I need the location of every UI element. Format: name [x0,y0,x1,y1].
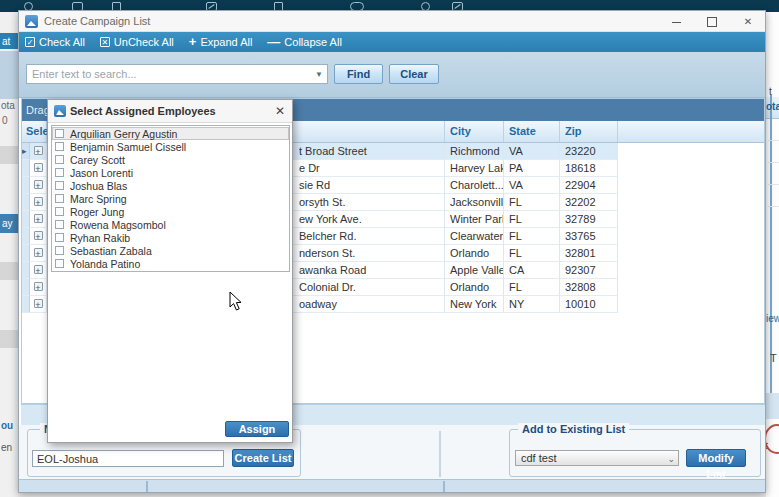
search-input[interactable] [27,65,311,83]
row-expand-cell[interactable] [30,211,47,228]
close-button[interactable] [731,11,765,32]
employee-list-item[interactable]: Ryhan Rakib [52,231,289,244]
search-dropdown-arrow-icon[interactable]: ▼ [311,65,327,83]
employee-checkbox[interactable] [55,246,64,255]
column-header-state[interactable]: State [504,121,560,142]
row-indicator-cell: ▸ [22,160,30,177]
row-indicator-cell: ▸ [22,143,30,160]
employee-checkbox[interactable] [55,181,64,190]
city-cell: New York [445,296,504,313]
row-indicator-cell: ▸ [22,279,30,296]
row-indicator-cell: ▸ [22,211,30,228]
state-cell: CA [504,262,560,279]
city-cell: Clearwater [445,228,504,245]
maximize-button[interactable] [695,11,729,32]
zip-cell: 32801 [560,245,618,262]
employee-list-item[interactable]: Joshua Blas [52,179,289,192]
city-cell: Charolett... [445,177,504,194]
employee-name: Sebastian Zabala [70,245,152,257]
expand-row-icon[interactable] [34,214,43,223]
employee-list-item[interactable]: Sebastian Zabala [52,244,289,257]
row-expand-cell[interactable] [30,279,47,296]
zip-cell: 10010 [560,296,618,313]
row-expand-cell[interactable] [30,262,47,279]
minimize-button[interactable] [659,11,693,32]
employee-list: Arquilian Gerry Agustin Benjamin Samuel … [51,125,290,272]
expand-row-icon[interactable] [34,180,43,189]
employee-name: Joshua Blas [70,180,127,192]
toolbar-item[interactable]: ✓ ✓ Check All [25,36,85,48]
toolbar-item-label: UnCheck All [114,36,174,48]
employee-name: Benjamin Samuel Cissell [70,141,186,153]
state-cell: FL [504,279,560,296]
employee-checkbox[interactable] [55,207,64,216]
row-expand-cell[interactable] [30,177,47,194]
city-cell: Jacksonville [445,194,504,211]
row-expand-cell[interactable] [30,194,47,211]
assign-button[interactable]: Assign [225,421,289,437]
employee-checkbox[interactable] [55,220,64,229]
employee-checkbox[interactable] [55,194,64,203]
employee-list-item[interactable]: Arquilian Gerry Agustin [52,127,289,140]
expand-row-icon[interactable] [34,265,43,274]
dialog-titlebar: Select Assigned Employees ✕ [48,100,292,123]
expand-row-icon[interactable] [34,299,43,308]
employee-list-item[interactable]: Yolanda Patino [52,257,289,270]
status-strip-divider [146,481,148,492]
dialog-title: Select Assigned Employees [70,105,216,117]
row-expand-cell[interactable] [30,245,47,262]
dialog-close-icon[interactable]: ✕ [275,104,285,118]
modify-list-button[interactable]: Modify List [686,449,746,467]
state-cell: FL [504,228,560,245]
find-button[interactable]: Find [334,64,383,84]
mouse-cursor [229,291,243,312]
employee-checkbox[interactable] [55,259,64,268]
employee-list-item[interactable]: Benjamin Samuel Cissell [52,140,289,153]
existing-list-dropdown[interactable]: cdf test ⌄ [515,450,679,466]
toolbar-item[interactable]: + + Expand All [189,36,253,48]
row-expand-cell[interactable] [30,296,47,313]
row-expand-cell[interactable] [30,160,47,177]
expand-row-icon[interactable] [34,231,43,240]
employee-checkbox[interactable] [55,129,64,138]
employee-name: Arquilian Gerry Agustin [70,128,177,140]
employee-list-item[interactable]: Carey Scott [52,153,289,166]
column-header-select[interactable]: Select [22,121,47,142]
expand-row-icon[interactable] [34,146,43,155]
employee-list-item[interactable]: Jason Lorenti [52,166,289,179]
screen: at ota 0 ay ou en t otal view T Create C… [0,0,779,497]
employee-checkbox[interactable] [55,168,64,177]
chevron-down-icon: ⌄ [667,452,675,466]
column-header-zip[interactable]: Zip [560,121,618,142]
toolbar-item[interactable]: — — Collapse All [267,36,341,48]
toolbar-item[interactable]: ✕ ✕ UnCheck All [100,36,174,48]
status-strip [19,479,765,492]
employee-list-item[interactable]: Roger Jung [52,205,289,218]
employee-checkbox[interactable] [55,142,64,151]
expand-row-icon[interactable] [34,197,43,206]
row-indicator-cell: ▸ [22,296,30,313]
create-list-button[interactable]: Create List [232,449,294,467]
status-strip-divider [443,481,445,492]
column-header-city[interactable]: City [445,121,504,142]
employee-checkbox[interactable] [55,233,64,242]
current-row-arrow-icon: ▸ [22,143,27,159]
row-expand-cell[interactable] [30,143,47,160]
toolbar-glyph-icon: — [267,37,280,47]
state-cell: FL [504,245,560,262]
employee-checkbox[interactable] [55,155,64,164]
bg-text-fragment: ay [2,218,13,229]
row-expand-cell[interactable] [30,228,47,245]
expand-row-icon[interactable] [34,248,43,257]
employee-list-item[interactable]: Rowena Magsombol [52,218,289,231]
employee-list-item[interactable]: Marc Spring [52,192,289,205]
expand-row-icon[interactable] [34,163,43,172]
expand-row-icon[interactable] [34,282,43,291]
bg-text-fragment: T [770,352,777,364]
new-list-name-input[interactable] [32,450,224,467]
search-panel: ▼ Find Clear [19,52,765,98]
bg-total-header-fragment: otal [766,101,779,112]
background-app-right-edge: t otal view T [766,12,779,497]
city-cell: Richmond [445,143,504,160]
clear-button[interactable]: Clear [389,64,439,84]
